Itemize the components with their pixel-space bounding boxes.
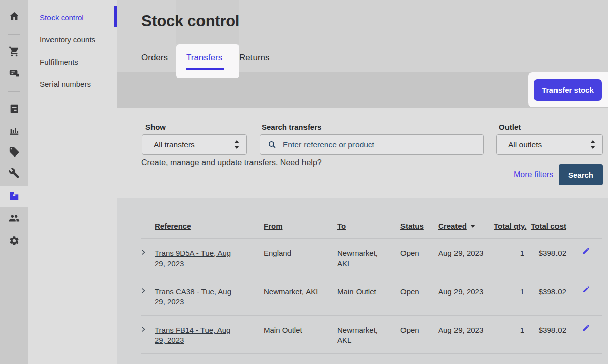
table-row: Trans 9D5A - Tue, Aug 29, 2023 England N… bbox=[141, 239, 602, 277]
table-row: Trans CA38 - Tue, Aug 29, 2023 Newmarket… bbox=[141, 277, 602, 316]
transfer-reference-link[interactable]: Trans CA38 - Tue, Aug 29, 2023 bbox=[155, 287, 231, 306]
reporting-chart-icon[interactable] bbox=[9, 125, 20, 136]
outlet-select-value: All outlets bbox=[508, 140, 542, 149]
expand-row-chevron-icon[interactable] bbox=[141, 239, 155, 277]
search-transfers-label: Search transfers bbox=[262, 123, 321, 131]
column-header-to[interactable]: To bbox=[337, 222, 400, 238]
created-cell: Aug 29, 2023 bbox=[438, 239, 494, 277]
filters-panel: Show All transfers Search transfers Outl… bbox=[117, 108, 608, 198]
total-qty-cell: 1 bbox=[494, 239, 524, 277]
tab-transfers[interactable]: Transfers bbox=[186, 53, 222, 63]
outlet-select[interactable]: All outlets bbox=[496, 134, 603, 155]
table-header-row: Reference From To Status Created Total q… bbox=[141, 198, 602, 239]
status-cell: Open bbox=[400, 316, 438, 353]
transfer-reference-link[interactable]: Trans FB14 - Tue, Aug 29, 2023 bbox=[155, 326, 230, 344]
to-cell: Newmarket, AKL bbox=[337, 316, 400, 353]
customers-icon[interactable] bbox=[9, 213, 20, 224]
page-title: Stock control bbox=[141, 12, 239, 30]
table-row: Trans FB14 - Tue, Aug 29, 2023 Main Outl… bbox=[141, 316, 602, 354]
sidebar-item-serial-numbers[interactable]: Serial numbers bbox=[40, 80, 91, 88]
sales-ledger-icon[interactable] bbox=[9, 103, 20, 114]
setup-wrench-icon[interactable] bbox=[9, 168, 20, 179]
edit-pencil-icon bbox=[582, 324, 590, 332]
column-header-total-cost[interactable]: Total cost bbox=[524, 222, 566, 238]
transfers-table-area: Reference From To Status Created Total q… bbox=[117, 198, 608, 364]
catalog-tag-icon[interactable] bbox=[9, 146, 20, 158]
transfers-table: Reference From To Status Created Total q… bbox=[141, 198, 602, 364]
outlet-label: Outlet bbox=[499, 123, 521, 131]
edit-transfer-button[interactable] bbox=[566, 316, 602, 353]
table-row-partial bbox=[141, 354, 602, 364]
transfer-stock-spotlight: Transfer stock bbox=[528, 72, 608, 107]
rail-divider bbox=[8, 34, 20, 35]
from-cell: Main Outlet bbox=[264, 316, 337, 353]
expand-row-chevron-icon[interactable] bbox=[141, 277, 155, 315]
status-cell: Open bbox=[400, 239, 438, 277]
banner-text: Create, manage and update transfers. Nee… bbox=[141, 158, 322, 167]
search-transfers-input[interactable] bbox=[282, 140, 477, 150]
from-cell: Newmarket, AKL bbox=[264, 277, 337, 315]
banner-message: Create, manage and update transfers. bbox=[141, 158, 278, 167]
column-header-created[interactable]: Created bbox=[438, 222, 494, 238]
tab-orders[interactable]: Orders bbox=[141, 53, 168, 63]
more-filters-link[interactable]: More filters bbox=[514, 170, 553, 179]
home-icon[interactable] bbox=[9, 11, 20, 22]
search-transfers-field[interactable] bbox=[260, 134, 484, 155]
edit-transfer-button[interactable] bbox=[566, 239, 602, 277]
need-help-link[interactable]: Need help? bbox=[280, 158, 322, 167]
total-cost-cell: $398.02 bbox=[524, 277, 566, 315]
active-tab-underline bbox=[186, 68, 224, 70]
sell-cart-icon[interactable] bbox=[9, 46, 20, 57]
show-select-value: All transfers bbox=[154, 140, 195, 149]
total-qty-cell: 1 bbox=[494, 277, 524, 315]
sidebar-item-inventory-counts[interactable]: Inventory counts bbox=[40, 35, 95, 44]
total-qty-cell: 1 bbox=[494, 316, 524, 353]
main-content: Stock control Orders Transfers Returns C… bbox=[117, 0, 608, 364]
settings-gear-icon[interactable] bbox=[9, 235, 20, 246]
sidebar-item-stock-control[interactable]: Stock control bbox=[40, 13, 84, 22]
from-cell: England bbox=[264, 239, 337, 277]
total-cost-cell: $398.02 bbox=[524, 239, 566, 277]
transfer-stock-button[interactable]: Transfer stock bbox=[534, 79, 602, 101]
search-button[interactable]: Search bbox=[559, 164, 603, 185]
sort-desc-icon bbox=[470, 225, 475, 228]
column-header-total-qty[interactable]: Total qty. bbox=[494, 222, 524, 238]
edit-transfer-button[interactable] bbox=[566, 277, 602, 315]
column-header-status[interactable]: Status bbox=[400, 222, 438, 238]
expand-row-chevron-icon[interactable] bbox=[141, 316, 155, 353]
column-header-from[interactable]: From bbox=[264, 222, 337, 238]
to-cell: Main Outlet bbox=[337, 277, 400, 315]
show-label: Show bbox=[145, 123, 166, 131]
show-select[interactable]: All transfers bbox=[142, 134, 247, 155]
search-icon bbox=[268, 140, 276, 149]
column-header-reference[interactable]: Reference bbox=[155, 222, 264, 238]
icon-sidebar bbox=[0, 0, 28, 364]
stock-control-sidebar: Stock control Inventory counts Fulfillme… bbox=[28, 0, 117, 364]
edit-pencil-icon bbox=[582, 285, 590, 293]
edit-pencil-icon bbox=[582, 247, 590, 255]
created-cell: Aug 29, 2023 bbox=[438, 277, 494, 315]
rail-divider bbox=[8, 91, 20, 92]
inventory-box-icon[interactable] bbox=[9, 191, 20, 202]
select-spinner-icon bbox=[234, 140, 239, 149]
status-cell: Open bbox=[400, 277, 438, 315]
total-cost-cell: $398.02 bbox=[524, 316, 566, 353]
stock-control-page: Stock control Inventory counts Fulfillme… bbox=[0, 0, 608, 364]
tab-returns[interactable]: Returns bbox=[239, 53, 270, 63]
register-icon[interactable] bbox=[9, 68, 20, 79]
created-cell: Aug 29, 2023 bbox=[438, 316, 494, 353]
transfer-reference-link[interactable]: Trans 9D5A - Tue, Aug 29, 2023 bbox=[155, 249, 231, 268]
select-spinner-icon bbox=[590, 140, 595, 149]
to-cell: Newmarket, AKL bbox=[337, 239, 400, 277]
sidebar-item-fulfillments[interactable]: Fulfillments bbox=[40, 58, 78, 66]
